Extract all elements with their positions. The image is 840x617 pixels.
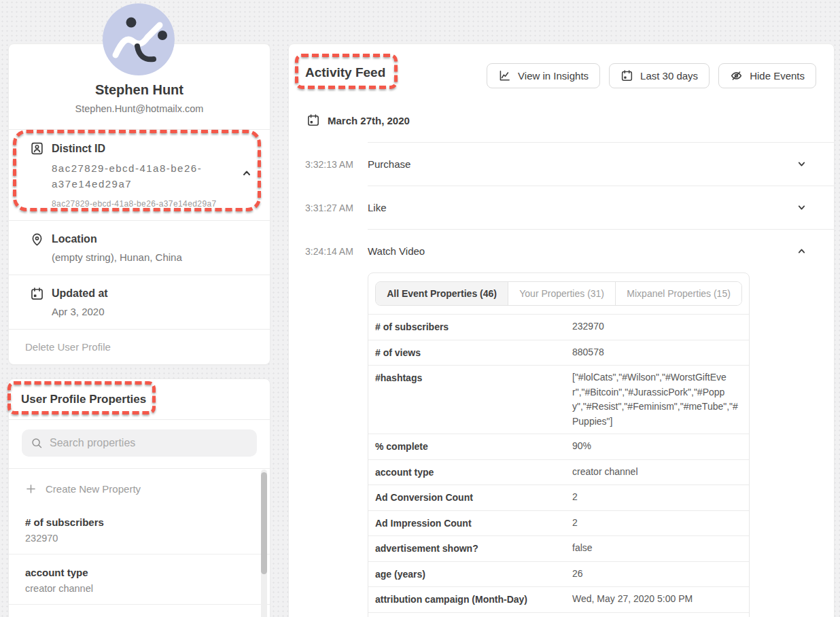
date-range-button[interactable]: Last 30 days	[609, 63, 710, 88]
location-label: Location	[52, 233, 97, 245]
event-properties-tab[interactable]: Your Properties (31)	[508, 282, 616, 305]
activity-feed-card: Activity Feed View in Insights Last 30 d…	[288, 43, 835, 617]
scrollbar-track	[261, 470, 267, 617]
plus-icon	[25, 483, 37, 495]
table-row: Ad Conversion Count 2	[368, 485, 749, 511]
table-row: age (years) 26	[368, 562, 749, 588]
events-list: 3:32:13 AM Purchase 3:31:27 AM Like 3:24…	[289, 142, 834, 272]
property-key: #hashtags	[375, 370, 572, 429]
table-row: account type creator channel	[368, 460, 749, 486]
property-key: account type	[375, 465, 572, 480]
table-row: % complete 90%	[368, 434, 749, 460]
event-properties-tab[interactable]: All Event Properties (46)	[376, 282, 508, 305]
avatar	[103, 3, 175, 75]
property-key: # of subscribers	[375, 319, 572, 335]
profile-name: Stephen Hunt	[25, 82, 253, 98]
property-value: 90%	[572, 439, 742, 455]
search-icon	[31, 437, 43, 449]
property-value: 2	[572, 490, 742, 506]
event-properties-panel: All Event Properties (46) Your Propertie…	[368, 272, 750, 617]
eye-off-icon	[730, 69, 743, 82]
event-time: 3:24:14 AM	[305, 246, 353, 257]
calendar-icon	[30, 287, 44, 301]
property-value: creator channel	[25, 583, 253, 594]
delete-user-profile-link[interactable]: Delete User Profile	[9, 329, 270, 364]
calendar-icon	[307, 113, 320, 127]
properties-list: # of subscribers 232970 account type cre…	[9, 504, 270, 605]
distinct-id-value: 8ac27829-ebcd-41a8-be26- a37e14ed29a7	[52, 160, 225, 192]
event-name: Watch Video	[368, 245, 425, 257]
event-name: Like	[368, 202, 387, 213]
profile-card: Stephen Hunt Stephen.Hunt@hotmailx.com D…	[8, 43, 270, 365]
create-new-property-button[interactable]: Create New Property	[9, 469, 270, 501]
table-row: attribution channel Facebook	[368, 613, 749, 617]
event-row[interactable]: 3:24:14 AM Watch Video	[368, 229, 834, 272]
table-row: #hashtags ["#lolCats","#Wilson","#WorstG…	[368, 366, 749, 434]
user-profile-properties-card: User Profile Properties Create New Prope…	[8, 378, 270, 617]
table-row: # of subscribers 232970	[368, 315, 749, 340]
property-value: Wed, May 27, 2020 5:00 PM	[572, 592, 742, 607]
event-properties-tab[interactable]: Mixpanel Properties (15)	[616, 282, 741, 305]
property-key: attribution campaign (Month-Day)	[375, 592, 572, 607]
property-value: 880578	[572, 345, 742, 361]
event-properties-table: # of subscribers 232970 # of views 88057…	[368, 314, 749, 617]
event-name: Purchase	[368, 158, 410, 170]
property-value: ["#lolCats","#Wilson","#WorstGiftEver","…	[572, 370, 742, 429]
updated-at-section: Updated at Apr 3, 2020	[9, 275, 270, 329]
chevron-down-icon	[797, 202, 807, 213]
date-header-label: March 27th, 2020	[328, 115, 410, 126]
property-key: age (years)	[375, 567, 572, 582]
properties-header: User Profile Properties	[9, 379, 270, 420]
table-row: attribution campaign (Month-Day) Wed, Ma…	[368, 587, 749, 613]
property-key: % complete	[375, 439, 572, 455]
property-name: # of subscribers	[25, 516, 253, 528]
property-value: 232970	[572, 319, 742, 335]
search-properties-box[interactable]	[22, 429, 257, 457]
event-time: 3:31:27 AM	[305, 202, 353, 213]
property-list-item[interactable]: account type creator channel	[9, 554, 270, 605]
profile-email: Stephen.Hunt@hotmailx.com	[25, 103, 253, 114]
distinct-id-section: Distinct ID 8ac27829-ebcd-41a8-be26- a37…	[9, 129, 270, 220]
activity-feed-title: Activity Feed	[305, 63, 385, 80]
event-properties-tabs: All Event Properties (46) Your Propertie…	[375, 281, 742, 306]
properties-title: User Profile Properties	[21, 393, 146, 406]
table-row: Ad Impression Count 2	[368, 511, 749, 537]
property-key: Ad Conversion Count	[375, 490, 572, 506]
search-properties-input[interactable]	[50, 437, 248, 449]
hide-events-button[interactable]: Hide Events	[718, 63, 816, 88]
property-key: advertisement shown?	[375, 541, 572, 557]
location-section: Location (empty string), Hunan, China	[9, 220, 270, 275]
chevron-down-icon	[797, 246, 807, 256]
event-row[interactable]: 3:31:27 AM Like	[368, 186, 834, 229]
property-key: # of views	[375, 345, 572, 361]
property-value: false	[572, 541, 742, 557]
property-name: account type	[25, 567, 253, 578]
event-time: 3:32:13 AM	[305, 159, 353, 170]
event-row[interactable]: 3:32:13 AM Purchase	[368, 142, 834, 186]
property-key: Ad Impression Count	[375, 516, 572, 531]
table-row: # of views 880578	[368, 340, 749, 366]
date-header: March 27th, 2020	[307, 113, 834, 127]
distinct-id-full-value: 8ac27829-ebcd-41a8-be26-a37e14ed29a7	[52, 199, 253, 209]
scrollbar-thumb[interactable]	[261, 472, 267, 574]
location-pin-icon	[30, 232, 44, 247]
property-list-item[interactable]: # of subscribers 232970	[9, 504, 270, 554]
property-value: 232970	[25, 533, 253, 544]
property-value: 2	[572, 516, 742, 531]
distinct-id-label: Distinct ID	[52, 143, 105, 155]
updated-at-label: Updated at	[52, 287, 108, 300]
line-chart-icon	[498, 69, 511, 82]
collapse-distinct-id-button[interactable]	[241, 168, 252, 179]
toolbar: View in Insights Last 30 days Hide Event…	[487, 63, 816, 88]
updated-at-value: Apr 3, 2020	[52, 306, 253, 317]
property-value: creator channel	[572, 465, 742, 480]
table-row: advertisement shown? false	[368, 536, 749, 562]
user-profile-page: Stephen Hunt Stephen.Hunt@hotmailx.com D…	[0, 0, 840, 617]
calendar-icon	[620, 69, 633, 82]
location-value: (empty string), Hunan, China	[52, 251, 253, 263]
property-value: 26	[572, 567, 742, 582]
chevron-down-icon	[797, 159, 807, 169]
id-badge-icon	[30, 141, 44, 156]
view-in-insights-button[interactable]: View in Insights	[487, 63, 600, 88]
